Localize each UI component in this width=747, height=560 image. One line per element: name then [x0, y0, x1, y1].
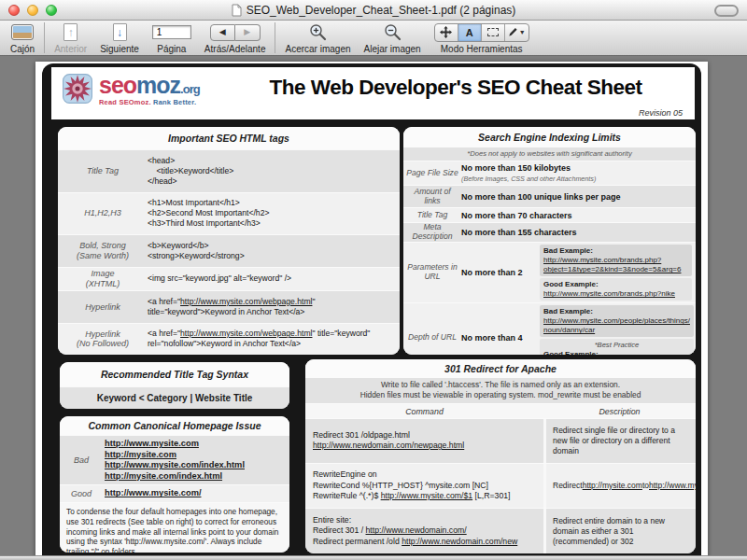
seo-tag-row: Bold, Strong (Same Worth)<b>Keyword</b><…	[58, 234, 400, 266]
sheet-header: seomoz.org Read SEOmoz. Rank Better. The…	[51, 67, 695, 119]
redirect-command: Entire site:Redirect 301 / http://www.ne…	[305, 509, 543, 553]
logo-org: .org	[180, 82, 200, 96]
previous-page-icon: ↑	[63, 23, 78, 41]
redirect-description: Redirect entire domain to a new domain a…	[543, 509, 696, 553]
command-line: Redirect permanent /old http://www.newdo…	[313, 537, 540, 547]
code-line: <a href="http://www.mysite.com/webpage.h…	[148, 297, 394, 317]
pen-tool-icon	[508, 27, 518, 37]
seo-tag-label: H1,H2,H3	[58, 193, 148, 235]
good-example: Good Example:http://www.mysite.com/brand…	[540, 278, 692, 301]
zoom-in-button[interactable]: Acercar imagen	[278, 22, 357, 54]
seo-tag-row: Hyperlink (No Followed)<a href="http://w…	[58, 323, 400, 355]
title-bar: SEO_Web_Developer_Cheat_Sheet-1.pdf (2 p…	[0, 0, 747, 21]
example-url: http://www.mysite.com/brands.php?	[543, 256, 688, 265]
canonical-url: http://mysite.com/index.html	[105, 471, 288, 483]
select-tool-icon	[487, 28, 499, 36]
canonical-label: Good	[60, 485, 103, 502]
command-line: Redirect 301 / http://www.newdomain.com/	[313, 525, 540, 536]
move-tool-button[interactable]	[435, 24, 458, 41]
redirect-row: Entire site:Redirect 301 / http://www.ne…	[305, 508, 696, 553]
example-url: http://www.mysite.com/people/places/thin…	[543, 316, 690, 326]
panel-common-canonical-homepage-issue: Common Canonical Homepage Issue Badhttp:…	[60, 416, 289, 553]
toolbar-toggle-pill[interactable]	[714, 5, 739, 17]
seo-tag-label: Hyperlink (No Followed)	[58, 324, 148, 355]
column-command: Command	[305, 404, 543, 418]
back-button[interactable]: ◀	[210, 24, 235, 41]
canonical-url: http://mysite.com	[105, 450, 288, 461]
minimize-button[interactable]	[27, 5, 38, 16]
tool-mode-group: A ▼ Modo Herramientas	[428, 22, 536, 54]
code-line: <img src="keyword.jpg" alt="keyword" />	[148, 273, 394, 284]
best-practice-badge: *Best Practice	[543, 341, 690, 349]
toolbar-separator	[275, 22, 275, 53]
next-page-button[interactable]: ↓ Siguiente	[93, 22, 146, 54]
bad-example: Bad Example:http://www.mysite.com/people…	[540, 305, 694, 337]
seo-tag-row: Hyperlink<a href="http://www.mysite.com/…	[58, 290, 400, 322]
seo-tag-label: Bold, Strong (Same Worth)	[58, 235, 148, 266]
seo-tag-label: Image (XHTML)	[58, 268, 148, 291]
close-button[interactable]	[8, 5, 20, 16]
limit-row: Title TagNo more than 70 characters	[403, 207, 696, 222]
redirect-subtitle: Write to file called '.htaccess'. The fi…	[305, 378, 696, 403]
seo-tag-row: Image (XHTML)<img src="keyword.jpg" alt=…	[58, 267, 400, 291]
pdf-page: seomoz.org Read SEOmoz. Rank Better. The…	[35, 62, 708, 559]
panel-title: Common Canonical Homepage Issue	[60, 416, 289, 435]
page-number-input[interactable]	[152, 25, 191, 39]
window-bottom-edge[interactable]	[0, 555, 747, 560]
annotate-tool-button[interactable]: ▼	[505, 24, 529, 41]
previous-page-button[interactable]: ↑ Anterior	[48, 22, 93, 54]
limits-rows: Page File SizeNo more than 150 kilobytes…	[403, 161, 696, 355]
panel-301-redirect-for-apache: 301 Redirect for Apache Write to file ca…	[305, 359, 696, 553]
forward-button[interactable]: ▶	[235, 24, 261, 41]
example-title: Bad Example:	[543, 307, 690, 316]
text-tool-button[interactable]: A	[458, 24, 482, 41]
code-line: <a href="http://www.mysite.com/webpage.h…	[148, 329, 394, 349]
limit-value: No more than 70 characters	[461, 211, 572, 221]
limit-value: No more than 100 unique links per page	[461, 192, 621, 203]
canonical-row: Goodhttp://www.mysite.com/	[60, 484, 289, 502]
logo-moz: moz	[136, 72, 180, 98]
limit-sub-note: (Before Images, CSS and other Attachment…	[461, 175, 596, 184]
drawer-button[interactable]: Cajón	[4, 22, 41, 54]
limit-content: No more than 70 characters	[461, 208, 696, 222]
command-line: Entire site:	[313, 515, 540, 525]
window-title: SEO_Web_Developer_Cheat_Sheet-1.pdf (2 p…	[0, 4, 747, 17]
canonical-note: To condense the four default homepages i…	[60, 502, 289, 553]
canonical-label: Bad	[60, 436, 103, 484]
url-text: http://www.newdomain.com/newpage.html	[313, 441, 464, 450]
code-line: <b>Keyword</b>	[148, 241, 394, 251]
select-tool-button[interactable]	[482, 24, 505, 41]
logo-tagline: Read SEOmoz. Rank Better.	[99, 98, 200, 106]
limit-content: No more than 100 unique links per page	[461, 186, 696, 207]
zoom-out-button[interactable]: Alejar imagen	[358, 22, 428, 54]
panel-recommended-title-tag-syntax: Recommended Title Tag Syntax Keyword < C…	[60, 362, 289, 409]
url-text: http://www.newdomain.com/new	[402, 537, 517, 546]
code-line: <strong>Keyword</strong>	[148, 251, 394, 261]
pdf-scroll-area[interactable]: seomoz.org Read SEOmoz. Rank Better. The…	[0, 56, 747, 559]
canonical-url: http://www.mysite.com/	[105, 488, 288, 499]
limit-label: Amount of links	[403, 186, 461, 207]
limit-examples: Bad Example:http://www.mysite.com/brands…	[540, 243, 696, 302]
redirect-column-headers: Command Description	[305, 403, 696, 418]
panel-title: Search Engine Indexing Limits	[403, 127, 696, 147]
bad-example: Bad Example:http://www.mysite.com/brands…	[540, 245, 692, 276]
column-description: Description	[543, 404, 696, 418]
good-example: *Best PracticeGood Example:http://www.my…	[540, 339, 694, 355]
seo-tag-row: H1,H2,H3<h1>Most Important</h1><h2>Secon…	[58, 192, 400, 235]
seo-tag-code: <head> <title>Keyword</title></head>	[148, 150, 400, 192]
code-line: <h3>Third Most Important</h3>	[148, 218, 394, 229]
limit-value: No more than 4	[461, 303, 540, 355]
limit-row: Page File SizeNo more than 150 kilobytes…	[403, 161, 696, 185]
zoom-out-icon	[384, 23, 402, 41]
example-url: http://www.mysite.com/brands.php?nike	[543, 289, 688, 299]
url-text: http://mysite.com	[583, 481, 642, 491]
limit-row: Parameters in URLNo more than 2Bad Examp…	[403, 242, 696, 302]
zoom-button[interactable]	[46, 5, 57, 16]
chevron-down-icon: ▼	[519, 29, 526, 35]
limit-row: Amount of linksNo more than 100 unique l…	[403, 185, 696, 207]
example-url: noun/danny/car	[543, 326, 690, 335]
canonical-row: Badhttp://www.mysite.comhttp://mysite.co…	[60, 435, 289, 484]
limit-label: Parameters in URL	[403, 243, 461, 302]
redirect-command: Redirect 301 /oldpage.html http://www.ne…	[305, 419, 543, 463]
title-syntax-value: Keyword < Category | Website Title	[60, 386, 289, 409]
